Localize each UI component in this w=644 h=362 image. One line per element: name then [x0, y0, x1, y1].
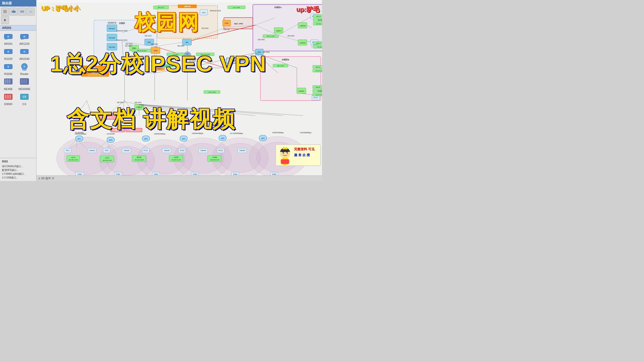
svg-text:vlan10: vlan10 — [71, 157, 75, 158]
switch-icon-btn[interactable] — [18, 8, 26, 16]
svg-text:R: R — [24, 35, 25, 38]
svg-text:Server2: Server2 — [109, 37, 115, 39]
ne5000e-icon — [19, 77, 29, 87]
svg-text:Server1: Server1 — [109, 28, 115, 29]
sidebar-item-ne5000e[interactable]: NE5000E — [17, 77, 32, 90]
svg-rect-43 — [26, 79, 27, 84]
svg-text:AR: AR — [186, 41, 188, 43]
svg-text:AP6: AP6 — [261, 138, 264, 139]
router-icon-btn[interactable]: R — [10, 8, 18, 16]
ar2240-label: AR2240 — [19, 57, 29, 60]
sidebar-info-text: 有CON/AUX接口， 配置8FE接口， 1个WAN uplink接口， 1个U… — [2, 164, 34, 179]
svg-point-9 — [22, 11, 22, 12]
up-label-right: up:驴毛 — [296, 5, 319, 14]
svg-text:192.168.5.0/24: 192.168.5.0/24 — [210, 159, 219, 161]
svg-text:SEC VPN: SEC VPN — [234, 23, 243, 25]
svg-text:GE 0/0/4: GE 0/0/4 — [126, 43, 133, 45]
sidebar-item-r2220[interactable]: R R2220 — [1, 47, 16, 60]
svg-text:STA4: STA4 — [233, 173, 237, 175]
sidebar-item-router[interactable]: R Router — [17, 62, 32, 75]
sidebar-item-e9000[interactable]: E9000 — [1, 92, 16, 106]
up-label-left: UP：驴毛小小 — [42, 5, 80, 13]
svg-text:GE 0/0/1: GE 0/0/1 — [258, 39, 265, 40]
svg-text:LSW18: LSW18 — [300, 25, 306, 27]
svg-point-313 — [287, 153, 288, 154]
svg-text:LSW17: LSW17 — [276, 30, 282, 32]
r2220-icon: R — [3, 47, 13, 57]
ar2240-icon: R — [19, 47, 29, 57]
svg-rect-46 — [7, 95, 9, 99]
svg-text:GE 0/0/4: GE 0/0/4 — [125, 45, 132, 47]
svg-text:Client5: Client5 — [239, 150, 245, 151]
sidebar-item-cx[interactable]: CX CX — [17, 92, 32, 106]
svg-text:172.16.1.0/24: 172.16.1.0/24 — [316, 23, 322, 25]
cloud-icon-btn[interactable] — [27, 8, 35, 16]
svg-rect-316 — [281, 159, 289, 164]
svg-text:PC11: PC11 — [143, 150, 148, 151]
svg-text:PC13: PC13 — [180, 150, 184, 151]
svg-text:R: R — [8, 51, 9, 53]
svg-text:教学楼: 教学楼 — [318, 19, 322, 21]
svg-rect-267 — [208, 155, 221, 162]
svg-text:Client2: Client2 — [124, 150, 129, 151]
svg-text:R: R — [8, 66, 9, 68]
svg-text:文华楼: 文华楼 — [212, 156, 217, 158]
svg-point-10 — [23, 11, 23, 12]
svg-text:20.1.1.0/24: 20.1.1.0/24 — [233, 7, 240, 8]
status-text: x: 60 选中: 0 — [38, 176, 54, 180]
svg-text:R: R — [8, 35, 9, 38]
sidebar: 路由器 R AR201 R — [0, 0, 36, 181]
svg-text:vlan 20: vlan 20 — [316, 86, 320, 88]
mascot-box: 完整资料 可见 服 务 企 搜 — [275, 144, 321, 166]
sidebar-item-r3260[interactable]: R R3260 — [1, 62, 16, 75]
ar201-label: AR201 — [4, 42, 13, 45]
svg-rect-261 — [132, 155, 146, 162]
svg-rect-314 — [282, 152, 285, 152]
svg-rect-37 — [7, 79, 8, 84]
svg-text:LSW22: LSW22 — [299, 90, 304, 92]
svg-text:Ethernet G0/0: Ethernet G0/0 — [116, 30, 128, 32]
arrow-right-icon-btn[interactable] — [1, 16, 9, 24]
svg-text:172.17.1.0/24: 172.17.1.0/24 — [315, 70, 322, 72]
svg-point-312 — [283, 153, 284, 154]
svg-text:会议室: 会议室 — [174, 156, 178, 158]
svg-point-19 — [6, 39, 7, 40]
e9000-icon — [3, 92, 13, 102]
svg-text:PC1: PC1 — [66, 150, 69, 151]
svg-text:Server3: Server3 — [109, 46, 115, 48]
cx-label: CX — [22, 103, 26, 106]
menu-icon[interactable] — [1, 8, 9, 16]
svg-text:GE 0/0/1: GE 0/0/1 — [135, 102, 142, 103]
svg-text:CX: CX — [23, 96, 26, 98]
svg-text:1 GE 1/0: 1 GE 1/0 — [223, 29, 230, 30]
sidebar-info-title: R201 — [2, 160, 34, 164]
svg-point-22 — [21, 39, 22, 40]
svg-text:PC12: PC12 — [218, 150, 223, 151]
svg-text:实训楼: 实训楼 — [317, 90, 322, 92]
svg-text:AP5: AP5 — [221, 138, 224, 139]
sidebar-item-ne40e[interactable]: NE40E — [1, 77, 16, 90]
svg-text:GE 1/6/2: GE 1/6/2 — [151, 43, 158, 45]
ar1220-label: AR1220 — [19, 42, 29, 45]
svg-text:STA5: STA5 — [272, 173, 276, 175]
svg-marker-317 — [283, 147, 288, 149]
title-ipsec: 1总2分校IPSEC VPN — [50, 49, 266, 79]
r3260-label: R3260 — [4, 72, 12, 75]
svg-point-18 — [5, 39, 6, 40]
svg-rect-36 — [5, 79, 6, 84]
svg-text:GE 0/0/1: GE 0/0/1 — [177, 45, 184, 47]
svg-text:Client4: Client4 — [200, 150, 206, 151]
svg-text:STA7: STA7 — [78, 173, 82, 175]
sidebar-item-ar1220[interactable]: R AR1220 — [17, 32, 32, 45]
sidebar-item-ar201[interactable]: R AR201 — [1, 32, 16, 45]
r3260-icon: R — [3, 62, 13, 72]
sidebar-item-ar2240[interactable]: R AR2240 — [17, 47, 32, 60]
svg-text:Ethernet G0/1: Ethernet G0/1 — [210, 10, 221, 12]
ar201-icon: R — [3, 32, 13, 42]
router-device-icon: R — [19, 62, 29, 72]
svg-rect-45 — [5, 95, 7, 99]
svg-rect-41 — [22, 79, 24, 84]
svg-text:Client1: Client1 — [89, 150, 95, 151]
svg-text:vlan 20: vlan 20 — [316, 42, 321, 44]
ar1220-icon: R — [19, 32, 29, 42]
